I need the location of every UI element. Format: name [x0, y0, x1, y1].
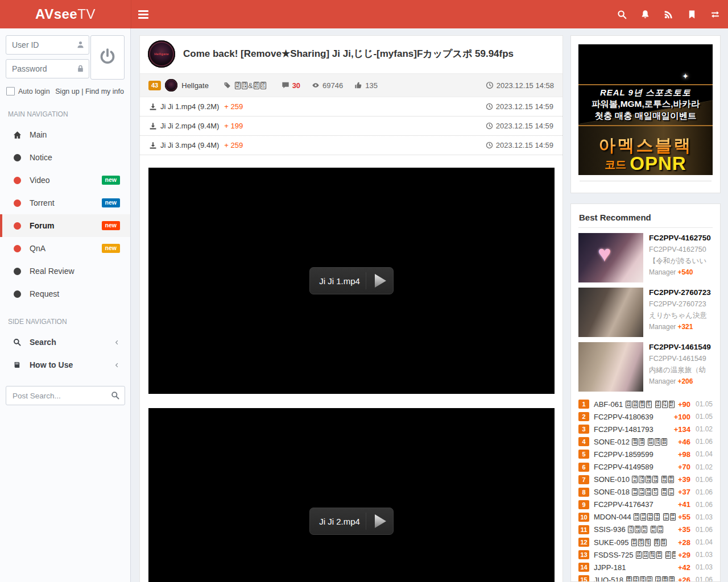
rank-title-link[interactable]: JUQ-518 BBF8C988CE74C640 C2A4BBF8B808 [594, 576, 676, 582]
recommend-description: FC2PPV-2760723えりかちゃん決意の顔出 [649, 298, 713, 321]
rank-title-link[interactable]: FC2PPV-4149589 [594, 463, 676, 471]
rank-title-link[interactable]: FC2PPV-4176437 [594, 500, 676, 509]
missing-glyph-box: B8E8 [668, 476, 674, 483]
missing-glyph-box: B178 [645, 539, 651, 546]
recommend-thumbnail[interactable] [578, 288, 643, 337]
missing-glyph-box: CE74 [655, 438, 660, 446]
ranking-row: 4 SONE-012 B098AE30 D788CE74B8E8 +46 01.… [578, 435, 713, 448]
chevron-left-icon [114, 362, 120, 368]
ranking-row: 12 SUKE-095 D0A4D0C0B178 BBF8B098 +28 01… [578, 536, 713, 548]
comment-count[interactable]: 30 [282, 81, 300, 90]
sidebar-item-qna[interactable]: QnA new [0, 237, 130, 260]
ad-code-label: 코드 [605, 159, 626, 171]
recommend-thumbnail[interactable] [578, 342, 643, 392]
ranking-row: 14 JJPP-181 +42 01.03 [578, 561, 713, 573]
recommend-title-link[interactable]: FC2PPV-4162750 [649, 234, 713, 242]
sidebar-item-video[interactable]: Video new [0, 169, 130, 192]
download-file-link[interactable]: Ji Ji 3.mp4 (9.4M) [160, 141, 219, 149]
recommend-author: Manager [649, 377, 676, 385]
like-count[interactable]: 135 [354, 81, 378, 90]
rank-badge: 9 [578, 500, 589, 509]
rank-badge: 10 [578, 513, 589, 522]
clock-icon [486, 81, 494, 89]
rank-title-link[interactable]: SUKE-095 D0A4D0C0B178 BBF8B098 [594, 538, 676, 547]
rank-title-link[interactable]: MDON-044 D0C0CF00C6B0CE58 C720D0A4 [594, 513, 676, 521]
sidebar-item-real-review[interactable]: Real Review [0, 260, 130, 282]
bookmark-icon[interactable] [680, 0, 704, 28]
sidebar-item-torrent[interactable]: Torrent new [0, 192, 130, 214]
rank-count: +39 [678, 475, 690, 484]
rank-title-link[interactable]: FC2PPV-1481793 [594, 425, 672, 434]
recommend-thumbnail[interactable]: ♥ [578, 233, 643, 282]
rank-date: 01.02 [694, 463, 713, 471]
missing-glyph-box: B8E8 [661, 438, 667, 446]
post-search-input[interactable] [6, 386, 125, 405]
new-badge: new [102, 244, 120, 253]
rank-badge: 13 [578, 550, 589, 559]
recommend-title-link[interactable]: FC2PPV-2760723 [649, 288, 713, 297]
ad-banner[interactable]: ✦ REAL 9년 스포츠토토 파워볼,MGM,로투스,바카라 첫충 매충 매일… [578, 44, 713, 175]
logo-light-text: TV [77, 6, 96, 22]
missing-glyph-box: C720 [663, 513, 669, 521]
rank-count: +41 [678, 500, 690, 509]
author-link[interactable]: Hellgate [181, 81, 209, 90]
rank-title-link[interactable]: SONE-012 B098AE30 D788CE74B8E8 [594, 438, 676, 446]
missing-glyph-box: D0A4 [656, 551, 662, 559]
video-play-button[interactable]: Ji Ji 2.mp4 [309, 508, 394, 535]
sidebar-item-main[interactable]: Main [0, 123, 130, 146]
search-icon[interactable] [610, 0, 634, 28]
post-search-icon[interactable] [111, 391, 119, 402]
rank-count: +100 [674, 413, 690, 421]
signup-link[interactable]: Sign up [55, 88, 79, 95]
exchange-icon[interactable] [704, 0, 727, 28]
post-tags[interactable]: C0ACC9C4&C601C0C1 [224, 81, 267, 90]
recommend-list: ♥ FC2PPV-4162750 FC2PPV-4162750【令和が誇るいいオ… [578, 233, 713, 392]
recommend-item: FC2PPV-2760723 FC2PPV-2760723えりかちゃん決意の顔出… [578, 288, 713, 337]
rank-title-link[interactable]: FC2PPV-4180639 [594, 413, 672, 421]
missing-glyph-box: B9AC [651, 526, 656, 533]
find-info-link[interactable]: Find my info [85, 88, 124, 95]
video-play-button[interactable]: Ji Ji 1.mp4 [309, 267, 394, 294]
sidebar-item-how-to-use[interactable]: How to Use [0, 354, 130, 376]
sidebar-item-forum[interactable]: Forum new [0, 214, 130, 237]
login-button[interactable] [90, 35, 125, 80]
rank-title-link[interactable]: SONE-010 C0ACCE74BBF8CE58 BBF8B8E8 [594, 475, 676, 484]
rank-badge: 3 [578, 425, 589, 434]
link-divider: | [81, 88, 83, 95]
rank-badge: 2 [578, 412, 589, 421]
missing-glyph-box: B9AC [669, 401, 675, 408]
rank-count: +98 [678, 450, 690, 459]
author-avatar[interactable]: Hellgate [148, 40, 175, 68]
missing-glyph-box: C601 [254, 82, 259, 89]
sidebar-item-notice[interactable]: Notice [0, 146, 130, 169]
missing-glyph-box: C0C1 [260, 82, 266, 89]
ranking-row: 13 FSDSS-725 CFE0C2A4B178D0A4 C5D0B9ACC0… [578, 548, 713, 561]
rss-icon[interactable] [657, 0, 680, 28]
video-filename-label: Ji Ji 1.mp4 [319, 276, 360, 286]
download-file-link[interactable]: Ji Ji 1.mp4 (9.2M) [160, 102, 219, 111]
rank-badge: 15 [578, 575, 589, 582]
rank-title-link[interactable]: FC2PPV-1859599 [594, 450, 676, 459]
recommend-title-link[interactable]: FC2PPV-1461549 [649, 343, 713, 351]
recommend-item: FC2PPV-1461549 FC2PPV-1461549内緒の温泉旅（幼な妻・… [578, 342, 713, 392]
sidebar-item-search[interactable]: Search [0, 331, 130, 354]
sidebar-toggle-icon[interactable] [136, 8, 155, 20]
rank-title-link[interactable]: SSIS-936 C57CB9C8D14C B9ACC544 [594, 525, 676, 534]
rank-title-link[interactable]: FSDSS-725 CFE0C2A4B178D0A4 C5D0B9ACC0AC [594, 551, 676, 559]
checkbox-box[interactable] [6, 87, 15, 95]
post-meta-bar: 43 Hellgate C0ACC9C4&C601C0C1 30 69746 [140, 73, 562, 97]
rank-title-link[interactable]: SONE-018 D0A4C694D558B77C BBF8C720 [594, 488, 676, 496]
rank-title-link[interactable]: JJPP-181 [594, 563, 676, 572]
video-player: Ji Ji 2.mp4 [148, 408, 555, 582]
ad-code-value: OPNR [630, 153, 686, 174]
bell-icon[interactable] [634, 0, 657, 28]
rank-date: 01.06 [694, 438, 713, 446]
rank-title-link[interactable]: ABF-061 C2A4C988BB34B77C C544C774B9AC [594, 400, 676, 409]
site-logo[interactable]: AVseeTV [0, 0, 131, 28]
download-file-link[interactable]: Ji Ji 2.mp4 (9.4M) [160, 122, 219, 130]
heart-sticker-icon: ♥ [598, 241, 611, 267]
author-avatar-small[interactable] [165, 79, 177, 92]
auto-login-checkbox[interactable]: Auto login [6, 87, 50, 95]
rank-badge: 6 [578, 463, 589, 472]
sidebar-item-request[interactable]: Request [0, 282, 130, 305]
